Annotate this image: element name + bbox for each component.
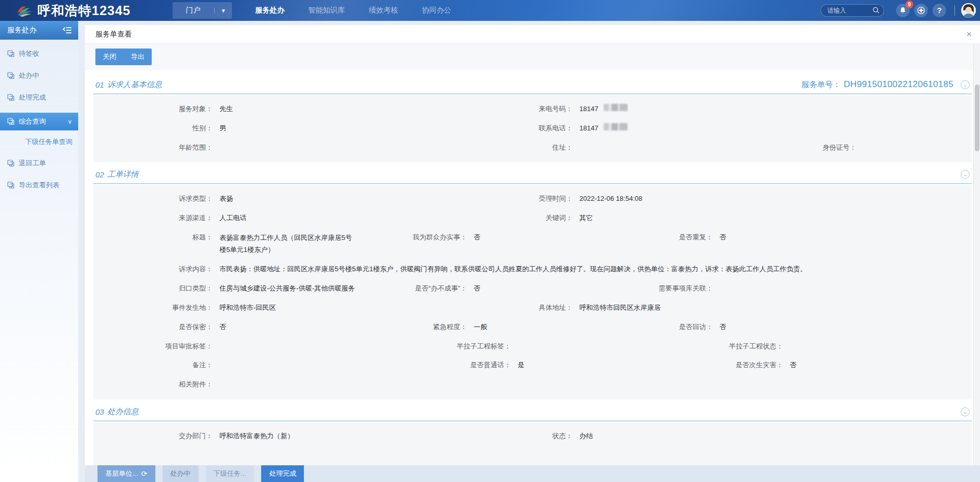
form-field: 是否“办不成事”：否	[401, 283, 647, 294]
section-title: 处办信息	[107, 407, 139, 417]
form-row: 是否保密：否紧急程度：一般是否回访：否	[93, 318, 972, 337]
sidebar-item-label: 处理完成	[19, 93, 46, 102]
field-value: 2022-12-06 18:54:08	[580, 194, 643, 204]
service-no-label: 服务单号：	[802, 80, 841, 90]
sidebar-items: 待签收处办中处理完成综合查询∨下级任务单查询退回工单导出查看列表	[0, 46, 78, 193]
sidebar-item-label: 导出查看列表	[19, 180, 59, 190]
nav-item-1[interactable]: 服务处办	[255, 6, 284, 15]
nav-item-2[interactable]: 智能知识库	[308, 6, 345, 15]
scrollbar-thumb[interactable]	[975, 85, 979, 151]
section-header-right: 服务单号：DH9915010022120610185⌄	[802, 79, 970, 90]
field-label: 来电号码：	[533, 104, 580, 115]
field-label: 是否回访：	[647, 322, 720, 333]
sidebar-title: 服务处办	[7, 26, 36, 35]
notifications-button[interactable]: 9	[896, 4, 910, 17]
field-label: 需要事项库关联：	[647, 283, 720, 294]
field-value: 表扬	[219, 194, 233, 204]
sidebar-item[interactable]: 退回工单	[0, 155, 78, 171]
collapse-section-icon[interactable]: ⌄	[961, 80, 970, 89]
field-value: 办结	[580, 431, 593, 442]
bottom-tab-label: 处办中	[170, 469, 191, 478]
section-header: 03处办信息⌄	[93, 407, 972, 421]
sidebar: 服务处办 待签收处办中处理完成综合查询∨下级任务单查询退回工单导出查看列表	[0, 21, 78, 482]
bottom-tab-1[interactable]: 基层单位...⟳	[97, 465, 155, 482]
help-button[interactable]: ?	[933, 4, 946, 17]
field-value: 呼和浩特市回民区水岸康居	[580, 303, 661, 314]
sidebar-item[interactable]: 导出查看列表	[0, 177, 78, 193]
sidebar-item-label: 待签收	[19, 49, 39, 58]
form-field: 项目审批标签：	[93, 341, 445, 352]
form-field: 事件发生地：呼和浩特市-回民区	[93, 303, 533, 314]
field-value: 否	[720, 322, 727, 333]
form-field: 归口类型：住房与城乡建设-公共服务-供暖-其他供暖服务	[93, 283, 401, 294]
field-label: 备注：	[93, 360, 219, 371]
form-field: 半拉子工程状态：	[717, 341, 972, 352]
field-label: 归口类型：	[93, 283, 219, 294]
form-field: 相关附件：	[93, 379, 972, 390]
section-header-right: ⌄	[961, 170, 970, 179]
sidebar-item[interactable]: 待签收	[0, 46, 78, 62]
form-row: 服务对象：先生来电号码：18147	[93, 100, 972, 119]
field-value: 否	[790, 360, 797, 371]
collapse-sidebar-icon[interactable]	[63, 27, 72, 34]
navbar-search	[820, 4, 884, 17]
field-value: 18147	[580, 104, 598, 115]
notification-badge: 9	[905, 1, 913, 8]
form-row: 诉求类型：表扬受理时间：2022-12-06 18:54:08	[93, 189, 972, 209]
field-value: 是	[518, 360, 524, 371]
bottom-tab-label: 基层单位...	[105, 469, 138, 478]
close-button[interactable]: 关闭	[95, 49, 124, 65]
field-label: 半拉子工程标签：	[445, 341, 518, 352]
collapse-section-icon[interactable]: ⌄	[961, 170, 970, 179]
bottom-tab-3[interactable]: 下级任务...	[206, 465, 254, 482]
portal-dropdown-button[interactable]: 门户 ▼	[173, 2, 232, 19]
page-title-bar: 服务单查看 ×	[85, 25, 980, 44]
bell-icon	[899, 7, 906, 14]
sidebar-item[interactable]: 处办中	[0, 68, 78, 83]
form-field: 受理时间：2022-12-06 18:54:08	[533, 194, 972, 204]
close-icon[interactable]: ×	[966, 30, 972, 39]
field-label: 身份证号：	[805, 142, 863, 153]
field-label: 紧急程度：	[401, 322, 474, 333]
refresh-icon[interactable]: ⟳	[141, 469, 148, 478]
app-logo: 呼和浩特12345	[16, 2, 131, 19]
navbar-divider	[954, 5, 955, 16]
section-title: 诉求人基本信息	[107, 80, 162, 90]
nav-item-4[interactable]: 协同办公	[422, 6, 451, 15]
document-icon	[7, 50, 15, 57]
bottom-tab-2[interactable]: 处办中	[163, 465, 199, 482]
field-label: 是否重复：	[647, 232, 720, 243]
section-header: 01诉求人基本信息服务单号：DH9915010022120610185⌄	[93, 79, 972, 94]
bottom-tab-4[interactable]: 处理完成	[261, 465, 304, 482]
form-field: 是否保密：否	[93, 322, 401, 333]
compass-button[interactable]	[914, 4, 928, 17]
help-icon: ?	[937, 6, 942, 15]
field-label: 来源渠道：	[93, 213, 219, 224]
search-icon[interactable]	[872, 6, 880, 14]
sidebar-item-label: 综合查询	[19, 117, 46, 126]
field-label: 我为群众办实事：	[401, 232, 474, 243]
form-row: 性别：男联系电话：18147	[93, 119, 972, 138]
field-label: 住址：	[533, 142, 580, 153]
form-field: 诉求类型：表扬	[93, 194, 533, 204]
user-avatar[interactable]	[961, 3, 976, 18]
masked-digits	[604, 123, 628, 130]
nav-item-3[interactable]: 绩效考核	[369, 6, 398, 15]
collapse-section-icon[interactable]: ⌄	[961, 407, 970, 416]
field-label: 关键词：	[533, 213, 580, 224]
navbar-right: 9 ?	[820, 3, 976, 18]
masked-digits	[604, 104, 628, 111]
sidebar-subitem[interactable]: 下级任务单查询	[0, 135, 78, 149]
form-field: 是否普通话：是	[445, 360, 717, 371]
form-field: 是否次生灾害：否	[717, 360, 972, 371]
form-field: 是否回访：否	[647, 322, 972, 333]
sidebar-item[interactable]: 综合查询∨	[0, 113, 78, 130]
field-value: 人工电话	[219, 213, 247, 224]
sidebar-item[interactable]: 处理完成	[0, 90, 78, 105]
form-field: 我为群众办实事：否	[401, 232, 647, 256]
form-row: 来源渠道：人工电话关键词：其它	[93, 209, 972, 228]
page-title: 服务单查看	[95, 30, 132, 39]
field-value: 市民表扬：供暖地址：回民区水岸康居5号楼5单元1楼东户，供暖阀门有异响，联系供暖…	[219, 264, 807, 275]
export-button[interactable]: 导出	[124, 49, 152, 65]
vertical-scrollbar[interactable]	[973, 44, 980, 465]
